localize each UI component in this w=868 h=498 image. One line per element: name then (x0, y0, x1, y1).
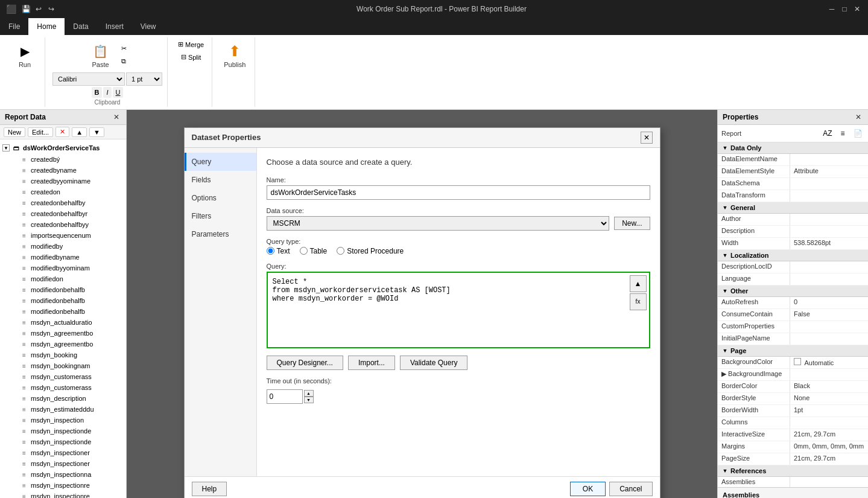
tree-field-item[interactable]: ≡msdyn_estimatedddu (0, 404, 126, 415)
font-size-combo[interactable]: 1 pt (126, 72, 162, 86)
tab-home[interactable]: Home (28, 18, 65, 35)
tree-field-item[interactable]: ≡createdonbehalfbyy (0, 219, 126, 230)
query-type-table-radio[interactable] (300, 247, 308, 255)
tree-field-item[interactable]: ≡msdyn_inspectionre (0, 480, 126, 491)
tree-root[interactable]: ▼ 🗃 dsWorkOrderServiceTas (0, 142, 126, 154)
minimize-button[interactable]: ─ (827, 4, 837, 14)
tree-field-item[interactable]: ≡modifiedby (0, 241, 126, 252)
maximize-button[interactable]: □ (840, 4, 849, 14)
query-type-stored-proc[interactable]: Stored Procedure (337, 247, 404, 255)
tree-field-item[interactable]: ≡msdyn_inspection (0, 415, 126, 426)
tree-field-item[interactable]: ≡modifiedonbehalfb (0, 306, 126, 317)
tree-field-item[interactable]: ≡msdyn_booking (0, 350, 126, 360)
tree-field-item[interactable]: ≡importsequencenum (0, 230, 126, 241)
paste-button[interactable]: 📋 Paste (86, 39, 116, 71)
bold-button[interactable]: B (92, 87, 103, 98)
tree-field-item[interactable]: ≡msdyn_inspectionde (0, 436, 126, 447)
query-designer-button[interactable]: Query Designer... (267, 356, 343, 370)
sort-alpha-button[interactable]: AZ (821, 127, 834, 140)
query-textarea[interactable]: Select * from msdyn_workorderservicetask… (268, 273, 649, 345)
move-down-button[interactable]: ▼ (89, 127, 104, 137)
save-icon[interactable]: 💾 (21, 4, 31, 14)
props-section-page-header[interactable]: ▼ Page (718, 345, 868, 357)
timeout-input[interactable] (267, 389, 303, 404)
properties-close-button[interactable]: ✕ (854, 112, 863, 122)
timeout-up-button[interactable]: ▲ (304, 390, 314, 397)
tree-field-item[interactable]: ≡modifiedon (0, 273, 126, 284)
fx-button[interactable]: fx (630, 293, 647, 310)
tree-field-item[interactable]: ≡modifiedonbehalfb (0, 295, 126, 306)
underline-button[interactable]: U (113, 87, 124, 98)
help-button[interactable]: Help (192, 482, 227, 496)
query-type-table[interactable]: Table (300, 247, 328, 255)
props-section-references-header[interactable]: ▼ References (718, 465, 868, 477)
close-button[interactable]: ✕ (852, 4, 862, 14)
redo-icon[interactable]: ↪ (46, 4, 56, 14)
run-button[interactable]: ▶ Run (10, 39, 40, 71)
sort-category-button[interactable]: ≡ (836, 127, 849, 140)
ok-button[interactable]: OK (570, 482, 606, 496)
tree-field-item[interactable]: ≡msdyn_inspectionre (0, 491, 126, 498)
query-type-storedproc-radio[interactable] (337, 247, 344, 255)
scroll-up-button[interactable]: ▲ (630, 275, 647, 292)
tab-insert[interactable]: Insert (97, 18, 132, 35)
import-button[interactable]: Import... (348, 356, 395, 370)
tab-data[interactable]: Data (65, 18, 97, 35)
dialog-nav-options[interactable]: Options (185, 189, 256, 207)
tree-field-item[interactable]: ≡msdyn_inspectioner (0, 447, 126, 458)
timeout-down-button[interactable]: ▼ (304, 397, 314, 403)
tree-field-item[interactable]: ≡msdyn_inspectioner (0, 458, 126, 469)
tree-field-item[interactable]: ≡msdyn_agreementbo (0, 328, 126, 339)
props-section-data-only-header[interactable]: ▼ Data Only (718, 142, 868, 154)
font-family-combo[interactable]: Calibri (52, 72, 125, 86)
tree-field-item[interactable]: ≡msdyn_inspectionna (0, 469, 126, 480)
props-section-localization-header[interactable]: ▼ Localization (718, 250, 868, 261)
merge-button[interactable]: ⊞ Merge (175, 39, 207, 50)
tree-field-item[interactable]: ≡createdonbehalfbyr (0, 208, 126, 219)
dialog-close-button[interactable]: ✕ (641, 132, 653, 144)
name-input[interactable] (267, 185, 650, 200)
tree-field-item[interactable]: ≡createdon (0, 187, 126, 197)
tree-field-item[interactable]: ≡createdbyname (0, 165, 126, 176)
datasource-select[interactable]: MSCRM (267, 216, 610, 231)
tree-field-item[interactable]: ≡msdyn_description (0, 393, 126, 404)
tree-root-expander[interactable]: ▼ (2, 144, 10, 152)
split-button[interactable]: ⊟ Split (178, 51, 204, 63)
props-page-button[interactable]: 📄 (851, 127, 864, 140)
tree-field-item[interactable]: ≡msdyn_customerass (0, 371, 126, 382)
undo-icon[interactable]: ↩ (34, 4, 43, 14)
tree-field-item[interactable]: ≡msdyn_customerass (0, 382, 126, 393)
tree-field-item[interactable]: ≡modifiedbyyominam (0, 263, 126, 273)
props-section-other-header[interactable]: ▼ Other (718, 286, 868, 297)
tree-field-item[interactable]: ≡createdbý (0, 154, 126, 165)
cancel-button[interactable]: Cancel (609, 482, 652, 496)
tab-view[interactable]: View (132, 18, 165, 35)
tree-field-item[interactable]: ≡createdonbehalfby (0, 197, 126, 208)
dialog-nav-parameters[interactable]: Parameters (185, 225, 256, 243)
dialog-nav-query[interactable]: Query (185, 153, 256, 171)
copy-button[interactable]: ⧉ (118, 56, 130, 67)
new-button[interactable]: New (4, 127, 25, 137)
report-data-close[interactable]: ✕ (112, 112, 121, 122)
tree-field-item[interactable]: ≡createdbyyominame (0, 176, 126, 187)
tree-field-item[interactable]: ≡msdyn_actualduratio (0, 317, 126, 328)
tree-field-item[interactable]: ≡msdyn_bookingnam (0, 360, 126, 371)
dialog-nav-fields[interactable]: Fields (185, 171, 256, 189)
move-up-button[interactable]: ▲ (72, 127, 87, 137)
validate-query-button[interactable]: Validate Query (400, 356, 468, 370)
query-type-text[interactable]: Text (267, 247, 290, 255)
datasource-new-button[interactable]: New... (614, 217, 650, 230)
delete-button[interactable]: ✕ (55, 127, 69, 137)
tab-file[interactable]: File (0, 18, 28, 35)
tree-field-item[interactable]: ≡msdyn_inspectionde (0, 426, 126, 436)
query-type-text-radio[interactable] (267, 247, 274, 255)
publish-button[interactable]: ⬆ Publish (220, 39, 250, 71)
edit-button[interactable]: Edit... (28, 127, 53, 137)
props-section-general-header[interactable]: ▼ General (718, 202, 868, 214)
tree-field-item[interactable]: ≡modifiedonbehalfb (0, 284, 126, 295)
dialog-nav-filters[interactable]: Filters (185, 207, 256, 225)
cut-button[interactable]: ✂ (118, 43, 130, 54)
tree-field-item[interactable]: ≡modifiedbyname (0, 252, 126, 263)
italic-button[interactable]: I (103, 87, 111, 98)
tree-field-item[interactable]: ≡msdyn_agreementbo (0, 339, 126, 350)
